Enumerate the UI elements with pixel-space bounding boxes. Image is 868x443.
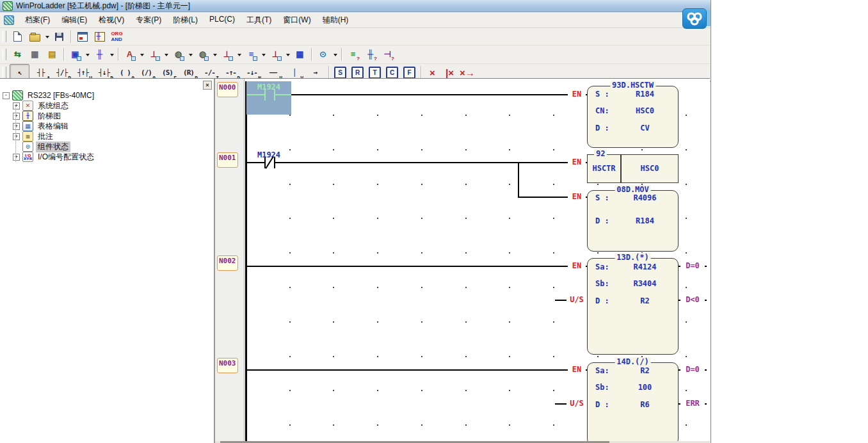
toolbar-grip[interactable] <box>3 31 6 42</box>
project-view-button[interactable] <box>74 29 90 45</box>
probe-m-button[interactable]: ⊥ <box>268 47 284 63</box>
contact-falling-tool-glyph: ┤↓├ <box>99 68 109 77</box>
list-view-button-dropdown[interactable] <box>260 47 267 62</box>
ladder-help-button[interactable]: ╫ <box>362 47 378 63</box>
save-file-button[interactable] <box>51 29 67 45</box>
probe-a-button-dropdown[interactable] <box>236 47 243 62</box>
network-diagram-button-dropdown[interactable] <box>84 47 91 62</box>
network-label-N003[interactable]: N003 <box>217 358 238 373</box>
tree-item-4[interactable]: ⊙组件状态 <box>0 141 214 152</box>
grid-dot <box>553 252 554 254</box>
catalog-button[interactable]: ▤ <box>44 47 60 63</box>
expand-icon[interactable]: + <box>13 102 20 109</box>
tree-root-rs232[interactable]: -RS232 [FBs-40MC] <box>0 90 214 101</box>
grid-dot <box>333 149 334 150</box>
element-help-button[interactable]: ⊣ <box>380 47 396 63</box>
ladder-view-button-dropdown[interactable] <box>108 47 115 62</box>
tree-item-1[interactable]: +╫阶梯图 <box>0 111 214 121</box>
expand-icon[interactable]: + <box>13 123 20 130</box>
tree-item-0[interactable]: +✕系统组态 <box>0 101 214 111</box>
ladder-help-icon: ╫ <box>367 50 373 59</box>
toolbar-grip[interactable] <box>3 49 6 60</box>
menu-item-0[interactable]: 档案(F) <box>19 13 56 28</box>
param-name: Sa: <box>595 366 609 375</box>
ladder-window-button[interactable] <box>92 29 108 45</box>
org-and-instruction-button[interactable]: ORGAND <box>109 29 125 45</box>
funshion-overlay-icon[interactable] <box>682 8 707 29</box>
function-block-93d-hsctw[interactable]: 93D.HSCTWS :R184CN:HSC0D :CV <box>587 86 679 148</box>
network-label-N001[interactable]: N001 <box>217 152 238 168</box>
ladder-view-icon: ╫ <box>97 50 102 59</box>
menu-item-7[interactable]: 窗口(W) <box>277 13 316 28</box>
ladder-view-button[interactable]: ╫ <box>92 47 108 63</box>
tree-item-2[interactable]: +▦表格编辑 <box>0 121 214 131</box>
open-file-button-dropdown[interactable] <box>44 29 51 44</box>
grid-dot <box>597 252 599 254</box>
param-name: S : <box>595 90 609 99</box>
open-file-button[interactable] <box>27 29 43 45</box>
menu-item-6[interactable]: 工具(T) <box>241 13 277 28</box>
text-edit-button[interactable]: A <box>122 47 138 63</box>
grid-dot <box>421 321 422 323</box>
wire <box>274 162 587 163</box>
ladder-editor[interactable]: M1924M192493D.HSCTWS :R184CN:HSC0D :CVEN… <box>215 79 710 443</box>
menu-item-5[interactable]: PLC(C) <box>204 13 241 28</box>
block-cell-right: HSC0 <box>620 164 679 173</box>
menu-item-1[interactable]: 编辑(E) <box>56 13 93 28</box>
function-block-14d-[interactable]: 14D.(/)Sa:R2Sb:100D :R6 <box>587 362 679 443</box>
expand-icon[interactable]: + <box>13 133 20 140</box>
network-label-N002[interactable]: N002 <box>217 255 238 271</box>
block-cell-left: HSCTR <box>588 164 620 173</box>
motor-io-button[interactable]: ◍ <box>195 47 211 63</box>
probe-a-button[interactable]: ⊥ <box>219 47 235 63</box>
function-block-08d-mov[interactable]: 08D.MOVS :R4096D :R184 <box>587 190 679 252</box>
ic-chip-button[interactable]: ▦ <box>27 47 43 63</box>
grid-dot <box>686 287 687 288</box>
motor-settings-button[interactable]: ◍ <box>170 47 186 63</box>
coil-out-tool-glyph: ( ) <box>120 68 131 77</box>
chevron-down-icon <box>213 54 217 58</box>
menu-item-3[interactable]: 专案(P) <box>130 13 167 28</box>
probe-m-button-dropdown[interactable] <box>284 47 291 62</box>
toolbar-grip[interactable] <box>3 67 6 78</box>
network-label-N000[interactable]: N000 <box>217 82 238 97</box>
list-view-button[interactable]: ≡ <box>243 47 259 63</box>
close-icon[interactable]: × <box>203 81 212 90</box>
new-file-button[interactable] <box>10 29 26 45</box>
grid-dot <box>421 287 422 288</box>
contact-rising-tool-glyph: ┤↑├ <box>77 68 88 77</box>
grid-dot <box>377 218 378 219</box>
text-edit-button-dropdown[interactable] <box>138 47 145 62</box>
grid-dot <box>377 356 378 357</box>
network-diagram-button[interactable]: ▣ <box>67 47 83 63</box>
ladder-diagram-icon: ╫ <box>22 111 33 121</box>
mdi-child-icon[interactable] <box>4 15 14 25</box>
motor-settings-button-dropdown[interactable] <box>187 47 194 62</box>
zoom-preview-button[interactable]: ⊙ <box>315 47 331 63</box>
element-help-icon: ⊣ <box>384 50 391 59</box>
tree-item-5[interactable]: +I/OXYRI/O编号配置状态 <box>0 152 214 162</box>
grid-dot <box>289 184 291 185</box>
collapse-icon[interactable]: - <box>3 92 10 99</box>
function-block-92[interactable]: 92HSCTRHSC0 <box>587 154 679 183</box>
io-table-button[interactable]: ▦ <box>292 47 308 63</box>
param-value: HSC0 <box>636 106 654 115</box>
probe-signal-button-dropdown[interactable] <box>163 47 170 62</box>
io-replace-button[interactable]: ⇆ <box>10 47 26 63</box>
menu-item-2[interactable]: 检视(V) <box>93 13 130 28</box>
expand-icon[interactable]: + <box>13 113 20 120</box>
param-value: CV <box>640 124 649 133</box>
toolbar-standard: ORGAND <box>0 28 711 45</box>
function-block-13d-[interactable]: 13D.(*)Sa:R4124Sb:R3404D :R2 <box>587 258 679 355</box>
menu-item-4[interactable]: 阶梯(L) <box>167 13 204 28</box>
param-name: S : <box>595 193 609 202</box>
status-help-button[interactable]: ≡ <box>345 47 361 63</box>
zoom-preview-button-dropdown[interactable] <box>332 47 339 62</box>
menu-item-8[interactable]: 辅助(H) <box>317 13 355 28</box>
ladder-canvas[interactable]: M1924M192493D.HSCTWS :R184CN:HSC0D :CVEN… <box>215 79 710 441</box>
title-bar[interactable]: WinProLadder [轻工机械.pdw] - [阶梯图 - 主单元一] <box>0 0 711 12</box>
motor-io-button-dropdown[interactable] <box>211 47 218 62</box>
expand-icon[interactable]: + <box>13 154 20 161</box>
probe-signal-button[interactable]: ⊥ <box>146 47 162 63</box>
tree-item-3[interactable]: +≡批注 <box>0 131 214 141</box>
